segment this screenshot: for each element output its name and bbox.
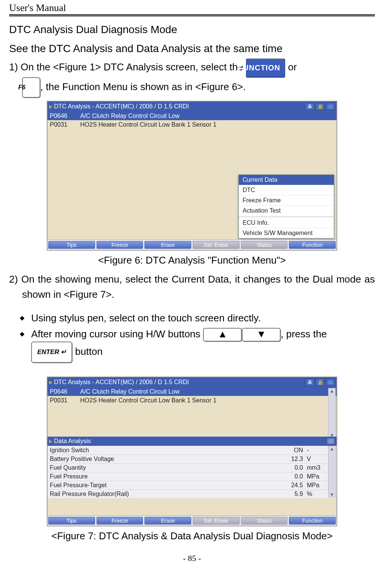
dtc-row[interactable]: P0031 HO2S Heater Control Circuit Low Ba… bbox=[48, 120, 336, 129]
arrow-up-key[interactable]: ▲ bbox=[203, 328, 242, 342]
step1-after-func: or bbox=[288, 61, 297, 73]
btn-function[interactable]: Function bbox=[289, 517, 336, 524]
triangle-icon: ▶ bbox=[49, 439, 52, 444]
step1-after-f6: , the Function Menu is shown as in <Figu… bbox=[40, 81, 246, 92]
figure-7-screenshot: ▶ DTC Analysis - ACCENT(MC) / 2006 / D 1… bbox=[47, 377, 337, 526]
bullet2-pre: After moving cursor using H/W buttons bbox=[31, 328, 203, 340]
dtc-code: P0646 bbox=[50, 113, 80, 119]
data-label: Fuel Pressure bbox=[50, 473, 280, 480]
lock-icon[interactable]: 🔒 bbox=[316, 378, 325, 386]
data-label: Fuel Quantity bbox=[50, 464, 280, 471]
data-row[interactable]: Rail Pressure Regulator(Rail) 5.9 % bbox=[48, 489, 328, 498]
btn-function[interactable]: Function bbox=[289, 241, 336, 249]
fig7-title: DTC Analysis - ACCENT(MC) / 2006 / D 1.5… bbox=[54, 379, 189, 386]
data-value: 24.5 bbox=[280, 482, 307, 489]
data-analysis-title: Data Analysis bbox=[54, 438, 91, 445]
dtc-desc: A/C Clutch Relay Control Circuit Low bbox=[80, 113, 179, 119]
data-label: Fuel Pressure-Target bbox=[50, 482, 280, 489]
btn-sel-erase: Sel. Erase bbox=[193, 241, 240, 249]
function-button[interactable]: FUNCTION bbox=[246, 59, 285, 77]
bullet-dot-icon: ◆ bbox=[20, 310, 31, 326]
triangle-icon: ▶ bbox=[49, 104, 52, 109]
bullet-stylus: ◆ Using stylus pen, select on the touch … bbox=[9, 310, 375, 326]
btn-tips[interactable]: Tips bbox=[48, 517, 95, 524]
dtc-desc: HO2S Heater Control Circuit Low Bank 1 S… bbox=[80, 121, 216, 128]
triangle-icon: ▶ bbox=[49, 380, 52, 385]
enter-key[interactable]: ENTER ↵ bbox=[31, 342, 72, 363]
fig6-titlebar: ▶ DTC Analysis - ACCENT(MC) / 2006 / D 1… bbox=[48, 102, 336, 111]
data-unit: MPa bbox=[307, 473, 326, 480]
data-unit: - bbox=[307, 447, 326, 454]
bullet-text: After moving cursor using H/W buttons ▲▼… bbox=[31, 326, 375, 363]
menu-item-actuation-test[interactable]: Actuation Test bbox=[239, 205, 334, 216]
data-unit: mm3 bbox=[307, 464, 326, 471]
dtc-row[interactable]: P0646 A/C Clutch Relay Control Circuit L… bbox=[48, 387, 336, 396]
btn-sel-erase: Sel. Erase bbox=[193, 517, 240, 524]
data-row[interactable]: Ignition Switch ON - bbox=[48, 446, 328, 455]
rule-line bbox=[9, 14, 375, 17]
bullet-text: Using stylus pen, select on the touch sc… bbox=[31, 310, 375, 326]
data-row[interactable]: Fuel Pressure-Target 24.5 MPa bbox=[48, 481, 328, 489]
btn-freeze[interactable]: Freeze bbox=[97, 517, 143, 524]
fig7-titlebar: ▶ DTC Analysis - ACCENT(MC) / 2006 / D 1… bbox=[48, 377, 336, 387]
running-head: User's Manual bbox=[9, 0, 375, 14]
page-number: - 85 - bbox=[9, 553, 375, 563]
function-menu-popup: Current Data DTC Freeze Frame Actuation … bbox=[238, 175, 334, 238]
fig6-title: DTC Analysis - ACCENT(MC) / 2006 / D 1.5… bbox=[54, 103, 189, 110]
data-value: 0.0 bbox=[280, 464, 307, 471]
btn-erase[interactable]: Erase bbox=[144, 241, 191, 249]
data-unit: V bbox=[307, 456, 326, 462]
data-value: 5.9 bbox=[280, 491, 307, 497]
data-row[interactable]: Fuel Pressure 0.0 MPa bbox=[48, 472, 328, 481]
dtc-scrollbar[interactable]: ▲ ▼ bbox=[328, 388, 336, 438]
dtc-desc: A/C Clutch Relay Control Circuit Low bbox=[80, 388, 179, 395]
arrow-down-key[interactable]: ▼ bbox=[242, 328, 281, 342]
data-label: Rail Pressure Regulator(Rail) bbox=[50, 491, 280, 497]
print-icon[interactable]: 🖶 bbox=[305, 378, 314, 386]
data-analysis-bar: ▶ Data Analysis □ bbox=[48, 437, 336, 446]
scroll-up-icon[interactable]: ▲ bbox=[330, 447, 334, 451]
data-label: Battery Positive Voltage bbox=[50, 456, 280, 462]
menu-item-current-data[interactable]: Current Data bbox=[239, 175, 334, 185]
bullet2-post: , press the bbox=[281, 328, 327, 340]
expand-icon[interactable]: □ bbox=[326, 378, 335, 386]
bullet-hw-buttons: ◆ After moving cursor using H/W buttons … bbox=[9, 326, 375, 363]
data-row[interactable]: Fuel Quantity 0.0 mm3 bbox=[48, 463, 328, 472]
expand-icon[interactable]: □ bbox=[327, 438, 335, 445]
data-value: 0.0 bbox=[280, 473, 307, 480]
dtc-code: P0031 bbox=[50, 397, 80, 404]
dtc-row[interactable]: P0646 A/C Clutch Relay Control Circuit L… bbox=[48, 111, 336, 120]
print-icon[interactable]: 🖶 bbox=[305, 103, 314, 110]
heading-sub: See the DTC Analysis and Data Analysis a… bbox=[9, 43, 375, 55]
expand-icon[interactable]: □ bbox=[326, 103, 335, 110]
fig7-bottom-bar: Tips Freeze Erase Sel. Erase Status Func… bbox=[48, 515, 336, 526]
lock-icon[interactable]: 🔒 bbox=[316, 103, 325, 110]
btn-erase[interactable]: Erase bbox=[144, 517, 191, 524]
figure-7-caption: <Figure 7: DTC Analysis & Data Analysis … bbox=[9, 530, 375, 542]
menu-divider bbox=[239, 216, 334, 217]
btn-freeze[interactable]: Freeze bbox=[97, 241, 143, 249]
fig6-bottom-bar: Tips Freeze Erase Sel. Erase Status Func… bbox=[48, 240, 336, 250]
data-rows: Ignition Switch ON - Battery Positive Vo… bbox=[48, 446, 336, 498]
menu-item-freeze-frame[interactable]: Freeze Frame bbox=[239, 195, 334, 205]
step1-prefix: 1) On the <Figure 1> DTC Analysis screen… bbox=[9, 61, 246, 73]
menu-item-dtc[interactable]: DTC bbox=[239, 185, 334, 195]
step-1: 1) On the <Figure 1> DTC Analysis screen… bbox=[9, 59, 375, 98]
scroll-up-icon[interactable]: ▲ bbox=[330, 389, 334, 393]
btn-status: Status bbox=[241, 517, 288, 524]
dtc-row[interactable]: P0031 HO2S Heater Control Circuit Low Ba… bbox=[48, 396, 336, 405]
scroll-down-icon[interactable]: ▼ bbox=[330, 492, 334, 497]
data-label: Ignition Switch bbox=[50, 447, 280, 454]
data-unit: % bbox=[307, 491, 326, 497]
figure-6-screenshot: ▶ DTC Analysis - ACCENT(MC) / 2006 / D 1… bbox=[47, 101, 337, 251]
menu-item-vehicle-sw[interactable]: Vehicle S/W Management bbox=[239, 228, 334, 238]
menu-item-ecu-info[interactable]: ECU Info. bbox=[239, 218, 334, 228]
data-scrollbar[interactable]: ▲ ▼ bbox=[328, 446, 336, 497]
btn-tips[interactable]: Tips bbox=[48, 241, 95, 249]
f6-key[interactable]: F6 bbox=[22, 77, 40, 98]
dtc-code: P0646 bbox=[50, 388, 80, 395]
data-row[interactable]: Battery Positive Voltage 12.3 V bbox=[48, 455, 328, 463]
figure-6-caption: <Figure 6: DTC Analysis "Function Menu"> bbox=[9, 254, 375, 266]
bullet2-tail: button bbox=[72, 346, 103, 357]
bullet-dot-icon: ◆ bbox=[20, 326, 31, 363]
